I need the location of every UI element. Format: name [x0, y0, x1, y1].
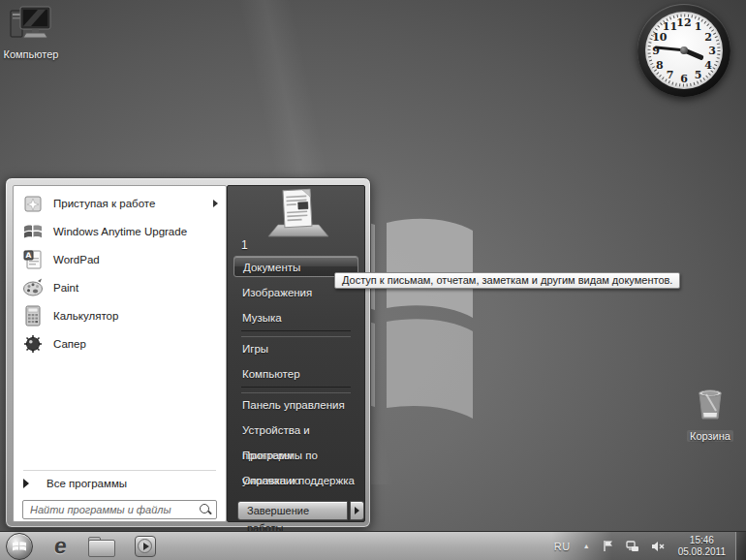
network-button[interactable]	[620, 541, 645, 552]
windows-upgrade-icon	[21, 220, 45, 243]
wordpad-icon: A	[21, 248, 45, 271]
search-icon	[199, 503, 211, 515]
calculator-icon	[21, 304, 45, 327]
start-menu-nav: Документы Изображения Музыка Игры Компью…	[233, 256, 358, 493]
submenu-arrow-icon	[213, 200, 218, 207]
start-menu-program-list: Приступая к работе Windows Anytime Upgra…	[14, 189, 226, 358]
tray-date: 05.08.2011	[678, 546, 726, 558]
menu-item-label: Windows Anytime Upgrade	[53, 226, 187, 237]
desktop-icon-recycle-bin-label: Корзина	[687, 430, 733, 442]
start-menu: Приступая к работе Windows Anytime Upgra…	[5, 177, 371, 528]
user-name[interactable]: 1	[241, 238, 248, 252]
shutdown-options-arrow[interactable]	[350, 501, 364, 520]
menu-item-windows-anytime-upgrade[interactable]: Windows Anytime Upgrade	[14, 217, 226, 245]
nav-item-computer[interactable]: Компьютер	[233, 361, 358, 387]
recycle-bin-icon	[695, 386, 726, 422]
menu-item-label: Приступая к работе	[53, 198, 155, 209]
taskbar-internet-explorer[interactable]: e	[54, 535, 67, 557]
menu-item-calculator[interactable]: Калькулятор	[14, 301, 226, 329]
arrow-right-icon	[355, 507, 359, 514]
tray-clock[interactable]: 15:46 05.08.2011	[670, 535, 733, 558]
user-tile-documents-icon	[264, 186, 332, 244]
menu-item-minesweeper[interactable]: Сапер	[14, 329, 226, 358]
clock-gadget[interactable]: 121234567891011	[637, 4, 730, 97]
desktop-icon-computer-label: Компьютер	[0, 48, 62, 60]
tray-time: 15:46	[678, 535, 726, 546]
media-player-icon	[135, 536, 156, 557]
search-input[interactable]	[22, 500, 217, 519]
shutdown-row: Завершение работы	[237, 501, 364, 520]
all-programs-label: Все программы	[47, 478, 127, 489]
menu-item-label: Сапер	[53, 338, 86, 350]
paint-icon	[21, 276, 45, 299]
flag-icon	[603, 540, 614, 552]
language-indicator[interactable]: RU	[548, 541, 576, 552]
shutdown-button[interactable]: Завершение работы	[237, 501, 348, 520]
taskbar-media-player[interactable]	[135, 536, 156, 557]
show-desktop-button[interactable]	[735, 532, 746, 560]
speaker-muted-icon	[651, 541, 665, 552]
nav-item-control-panel[interactable]: Панель управления	[233, 392, 358, 418]
start-button[interactable]	[6, 533, 33, 560]
computer-icon	[8, 6, 54, 43]
all-programs-separator	[23, 470, 216, 471]
menu-item-label: Калькулятор	[53, 310, 118, 322]
show-hidden-icons-button[interactable]: ▲	[576, 543, 597, 549]
menu-item-label: Paint	[53, 282, 78, 294]
taskbar: e RU ▲ 15:46	[0, 531, 746, 560]
menu-item-label: WordPad	[53, 254, 100, 265]
taskbar-windows-explorer[interactable]	[88, 537, 113, 555]
nav-item-default-programs[interactable]: Программы по умолчанию	[233, 443, 358, 468]
nav-item-devices-printers[interactable]: Устройства и принтеры	[233, 418, 358, 443]
volume-button[interactable]	[645, 541, 670, 552]
menu-item-getting-started[interactable]: Приступая к работе	[14, 189, 226, 217]
network-icon	[626, 541, 639, 552]
all-programs-button[interactable]: Все программы	[23, 474, 127, 493]
search-row	[22, 500, 217, 519]
folder-icon	[88, 537, 113, 555]
search-box	[22, 500, 217, 519]
desktop-icon-computer[interactable]: Компьютер	[0, 6, 62, 60]
menu-item-paint[interactable]: Paint	[14, 273, 226, 301]
system-tray: RU ▲ 15:46 05.08.2011	[548, 532, 746, 560]
menu-item-wordpad[interactable]: A WordPad	[14, 245, 226, 273]
getting-started-icon	[21, 192, 45, 215]
nav-item-music[interactable]: Музыка	[233, 305, 358, 330]
start-menu-left-panel: Приступая к работе Windows Anytime Upgra…	[13, 185, 227, 522]
start-menu-right-panel: 1 Документы Изображения Музыка Игры Комп…	[227, 185, 365, 522]
all-programs-arrow-icon	[23, 479, 29, 488]
documents-tooltip: Доступ к письмам, отчетам, заметкам и др…	[334, 272, 680, 289]
clock-center-dot	[680, 47, 688, 54]
nav-item-help-support[interactable]: Справка и поддержка	[233, 468, 358, 493]
nav-item-games[interactable]: Игры	[233, 336, 358, 361]
desktop-icon-recycle-bin[interactable]: Корзина	[679, 386, 741, 444]
internet-explorer-icon: e	[53, 535, 68, 557]
minesweeper-icon	[21, 332, 45, 356]
svg-text:A: A	[26, 251, 32, 260]
windows-flag-icon	[12, 540, 27, 553]
action-center-button[interactable]	[597, 540, 620, 552]
